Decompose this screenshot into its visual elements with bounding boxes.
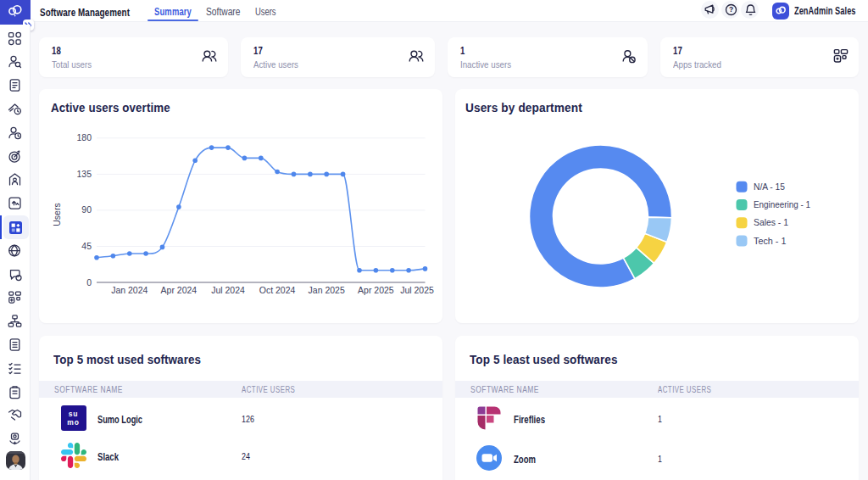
svg-text:Sales - 1: Sales - 1 [754,217,788,227]
svg-text:Jul 2025: Jul 2025 [400,285,434,295]
svg-text:?: ? [728,5,732,14]
svg-text:90: 90 [81,204,92,215]
svg-text:180: 180 [76,132,92,142]
svg-text:Jan 2024: Jan 2024 [111,285,147,295]
svg-text:135: 135 [76,169,92,179]
svg-text:Jan 2025: Jan 2025 [309,285,345,295]
svg-text:45: 45 [81,241,92,251]
svg-text:Users: Users [52,203,62,226]
svg-text:Tech - 1: Tech - 1 [754,236,787,246]
svg-text:0: 0 [86,277,92,287]
svg-text:Apr 2025: Apr 2025 [358,285,394,295]
svg-text:N/A - 15: N/A - 15 [754,181,785,192]
svg-text:Jul 2024: Jul 2024 [211,285,245,295]
svg-text:Apr 2024: Apr 2024 [161,285,198,295]
svg-text:Oct 2024: Oct 2024 [259,285,296,295]
svg-text:Engineering - 1: Engineering - 1 [754,199,810,209]
